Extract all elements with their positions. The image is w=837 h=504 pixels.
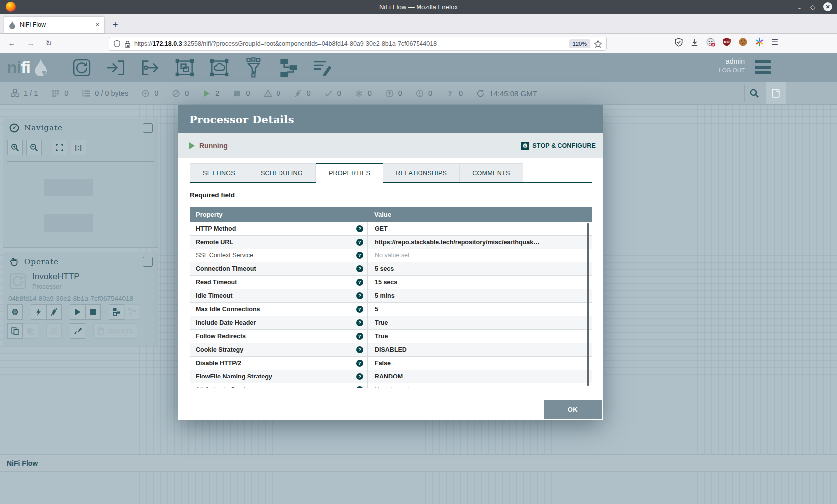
menu-icon[interactable]: ☰ [771,37,778,47]
breadcrumb-root-link[interactable]: NiFi Flow [7,459,38,467]
forward-button[interactable]: → [25,38,37,50]
status-count: 0 [185,89,189,97]
zoom-level-badge[interactable]: 120% [569,39,590,48]
lock-warning-icon[interactable] [124,40,131,48]
back-button[interactable]: ← [6,38,18,50]
window-close-icon[interactable]: ✕ [823,2,832,11]
help-icon[interactable]: ? [356,333,363,340]
property-row: Include Date Header?True [190,316,592,330]
help-icon[interactable]: ? [356,265,363,272]
current-user: admin [719,57,745,65]
stop-and-configure-button[interactable]: ⚙ STOP & CONFIGURE [521,142,596,150]
output-port-tool-icon[interactable] [140,57,161,79]
logout-link[interactable]: LOG OUT [719,67,745,73]
property-value[interactable]: 5 mins [375,292,395,299]
create-template-button[interactable] [109,304,124,320]
container-tabs-icon[interactable] [706,37,715,47]
input-port-tool-icon[interactable] [105,57,127,79]
status-count: 0 [428,89,432,97]
navigate-collapse-button[interactable]: – [143,123,153,133]
property-value[interactable]: https://repo.stackable.tech/repository/m… [375,239,540,246]
new-tab-button[interactable]: + [109,19,122,32]
bookmark-star-icon[interactable] [594,40,602,48]
help-icon[interactable]: ? [356,373,363,380]
property-value[interactable]: False [375,360,391,367]
help-icon[interactable]: ? [356,225,363,232]
property-value[interactable]: RANDOM [375,373,403,380]
fill-color-button[interactable] [70,323,85,339]
configure-button[interactable]: ⚙ [7,304,23,320]
window-maximize-icon[interactable]: ◇ [810,3,815,11]
disable-button[interactable] [46,304,62,320]
tab-relationships[interactable]: RELATIONSHIPS [383,163,460,183]
window-title: NiFi Flow — Mozilla Firefox [0,3,837,11]
help-icon[interactable]: ? [356,319,363,326]
tab-settings[interactable]: SETTINGS [190,163,248,183]
help-icon[interactable]: ? [356,360,363,367]
account-shield-icon[interactable] [674,38,683,47]
help-icon[interactable]: ? [356,306,363,313]
property-value[interactable]: 5 secs [375,265,394,272]
start-button[interactable] [70,304,85,320]
status-count: 2 [215,89,219,97]
global-menu-icon[interactable] [755,60,771,77]
property-name: FlowFile Naming Strategy [196,373,272,380]
refresh-icon[interactable] [476,89,485,98]
help-icon[interactable]: ? [356,279,363,286]
delete-button: DELETE [93,323,137,339]
zoom-in-button[interactable] [7,140,23,155]
zoom-fit-button[interactable] [52,140,67,155]
help-icon[interactable]: ? [356,346,363,353]
status-count: 0 [277,89,280,97]
browser-tab[interactable]: NiFi Flow ✕ [4,16,105,33]
tab-properties[interactable]: PROPERTIES [316,163,383,183]
processor-tool-icon[interactable] [71,57,93,79]
minimap[interactable] [7,161,154,234]
operate-collapse-button[interactable]: – [143,257,153,267]
tab-close-icon[interactable]: ✕ [95,22,100,28]
table-scrollbar[interactable] [587,223,589,386]
property-value[interactable]: GET [375,225,388,232]
url-bar[interactable]: https://172.18.0.3:32558/nifi/?processGr… [109,37,607,51]
search-icon[interactable] [749,88,759,98]
template-tool-icon[interactable] [277,57,299,79]
stop-button[interactable] [85,304,101,320]
property-value[interactable]: 15 secs [375,279,397,286]
nifi-canvas[interactable]: nifi admin LOG OUT 1 / 100 / 0 bytes0020… [0,53,837,504]
cookie-extension-icon[interactable] [738,37,748,47]
zoom-out-button[interactable] [26,140,42,155]
property-value[interactable]: DISABLED [375,346,407,353]
help-icon[interactable]: ? [356,292,363,299]
zoom-actual-size-button[interactable]: |:| [71,140,86,155]
property-name: Disable HTTP/2 [196,360,241,367]
copy-button[interactable] [7,323,23,339]
label-tool-icon[interactable] [311,57,333,79]
tab-comments[interactable]: COMMENTS [460,163,523,183]
property-name: Connection Timeout [196,265,256,272]
shield-permissions-icon[interactable] [113,40,121,48]
ublock-origin-icon[interactable]: uO [722,37,731,47]
status-item: 0 [355,89,372,98]
tab-strip: NiFi Flow ✕ + [0,14,837,34]
funnel-tool-icon[interactable] [243,57,265,79]
property-value[interactable]: True [375,319,388,326]
property-value[interactable]: No value set [375,386,409,388]
help-icon[interactable]: ? [356,239,363,246]
property-value[interactable]: True [375,333,388,340]
help-icon[interactable]: ? [356,386,363,388]
process-group-tool-icon[interactable] [174,57,196,79]
window-minimize-icon[interactable]: ⌄ [797,3,802,11]
tab-title: NiFi Flow [20,21,91,28]
pinwheel-extension-icon[interactable] [755,37,764,47]
reload-button[interactable]: ↻ [43,38,55,50]
bulletin-panel-toggle[interactable] [766,82,786,104]
downloads-icon[interactable] [690,38,699,47]
tab-scheduling[interactable]: SCHEDULING [248,163,316,183]
remote-process-group-tool-icon[interactable] [208,57,230,79]
property-name: Remote URL [196,239,233,246]
help-icon[interactable]: ? [356,252,363,259]
property-value[interactable]: 5 [375,306,378,313]
ok-button[interactable]: OK [544,400,602,419]
enable-button[interactable] [31,304,46,320]
property-value[interactable]: No value set [375,252,409,259]
